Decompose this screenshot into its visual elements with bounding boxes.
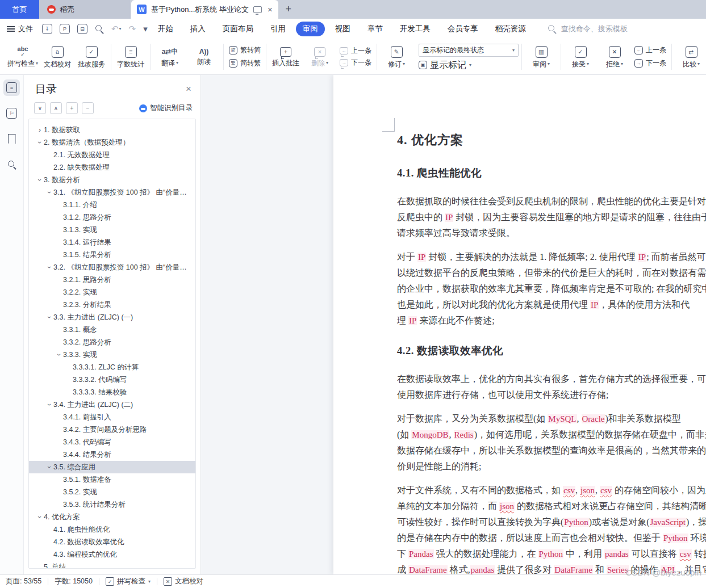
toc-item[interactable]: ›3.4.1. 前提引入 [29, 411, 195, 423]
trad-to-simp-button[interactable]: 简繁转简 [229, 46, 261, 54]
next-revision-button[interactable]: →下一条 [634, 59, 666, 68]
expand-arrow-icon[interactable]: › [36, 513, 44, 521]
toc-item[interactable]: ›3.4.2. 主要问题及分析思路 [29, 423, 195, 436]
expand-arrow-icon[interactable]: › [36, 176, 44, 184]
toc-item[interactable]: ›3.2. 《胡立阳股票投资 100 招》 由“价量… [29, 261, 195, 274]
doc-line[interactable]: 的是存储在内存中的数据，所以速度上而言也会相对较快。但鉴于 Python 环境 [397, 530, 706, 546]
insert-comment-button[interactable]: +插入批注 [269, 46, 302, 68]
tab-home[interactable]: 首页 [0, 0, 39, 19]
toc-item[interactable]: ›3.5.2. 实现 [29, 486, 195, 498]
expand-arrow-icon[interactable]: › [45, 313, 53, 321]
ribbon-tab-引用[interactable]: 引用 [264, 22, 293, 36]
doc-line[interactable]: 以绕过数据平台的反爬虫策略，但带来的代价是巨大的耗时，而在对数据有需求 [397, 265, 706, 281]
compare-button[interactable]: ⇄比较▾ [675, 45, 706, 69]
toc-item[interactable]: ›3.3.2. 思路分析 [29, 336, 195, 348]
toc-item[interactable]: ›3.1.1. 介绍 [29, 199, 195, 211]
doc-line[interactable]: 在数据读取效率上，优化的方向其实有很多，首先存储方式的选择很重要，可以 [397, 371, 706, 387]
toc-item[interactable]: ›1. 数据获取 [29, 124, 195, 136]
ribbon-tab-视图[interactable]: 视图 [328, 22, 357, 36]
toc-item[interactable]: ›3.5.3. 统计结果分析 [29, 498, 195, 511]
more-quick-icon[interactable]: ▾ [143, 24, 148, 34]
bookmark-pane-button[interactable] [3, 131, 20, 147]
doc-line[interactable]: 数据存储在缓存中，所以非关系数据模型的查询效率是很高的，当然其带来的代 [397, 443, 706, 459]
word-count-button[interactable]: ≡字数统计 [114, 45, 147, 69]
doc-heading-2[interactable]: 4.2. 数据读取效率优化 [397, 343, 706, 358]
expand-arrow-icon[interactable]: › [55, 351, 63, 359]
track-changes-button[interactable]: ✎修订▾ [380, 45, 413, 69]
ribbon-tab-会员专享[interactable]: 会员专享 [441, 22, 485, 36]
toc-item[interactable]: ›3.3.1. 概念 [29, 324, 195, 336]
toc-item[interactable]: ›5. 总结 [29, 561, 195, 569]
print-preview-icon[interactable] [95, 24, 104, 33]
toc-item[interactable]: ›4.1. 爬虫性能优化 [29, 523, 195, 536]
search-pane-button[interactable] [3, 156, 20, 173]
toc-item[interactable]: ›3.5.1. 数据准备 [29, 473, 195, 486]
toc-item[interactable]: ›3.3.3.3. 结果校验 [29, 386, 195, 398]
new-tab-button[interactable]: + [278, 0, 299, 19]
correction-service-button[interactable]: ✓批改服务 [75, 45, 108, 69]
expand-arrow-icon[interactable]: › [36, 138, 44, 146]
ribbon-tab-插入[interactable]: 插入 [183, 22, 212, 36]
show-markup-button[interactable]: ▣显示标记▾ [419, 61, 519, 69]
toc-item[interactable]: ›4.3. 编程模式的优化 [29, 548, 195, 561]
toc-item[interactable]: ›3.1.5. 结果分析 [29, 249, 195, 261]
ribbon-tab-章节[interactable]: 章节 [361, 22, 390, 36]
smart-toc-button[interactable]: 智能识别目录 [139, 103, 193, 113]
doc-line[interactable]: 使用数据库进行存储，也可以使用文件系统进行存储; [397, 387, 706, 403]
expand-arrow-icon[interactable]: › [36, 126, 44, 134]
close-panel-icon[interactable]: × [186, 83, 191, 95]
toc-item[interactable]: ›3.2.3. 分析结果 [29, 299, 195, 311]
markup-state-select[interactable]: 显示标记的最终状态▾ [419, 44, 519, 57]
tab-document[interactable]: W 基于Python...析系统 毕业论文 × [131, 0, 278, 19]
toc-item[interactable]: ›3.1. 《胡立阳股票投资 100 招》 由“价量… [29, 186, 195, 199]
expand-arrow-icon[interactable]: › [45, 188, 53, 196]
close-tab-icon[interactable]: × [268, 5, 273, 14]
doc-heading-1[interactable]: 4. 优化方案 [397, 132, 706, 149]
doc-line[interactable]: 单纯的文本加分隔符，而 json 的数据格式相对来说更占存储空间，其结构清晰， [397, 498, 706, 514]
collapse-level-button[interactable]: − [82, 102, 94, 114]
prev-revision-button[interactable]: ←上一条 [634, 46, 666, 54]
simp-to-trad-button[interactable]: 繁简转繁 [229, 59, 261, 68]
doc-line[interactable]: 在数据抓取的时候往往会受到反爬虫机制的限制，爬虫性能的优化主要是针对 [397, 194, 706, 209]
screen-share-icon[interactable] [253, 6, 262, 13]
toc-item[interactable]: ›2. 数据清洗（数据预处理） [29, 136, 195, 149]
doc-line[interactable]: 对于数据库，又分为关系数据模型(如 MySQL, Oracle)和非关系数据模型 [397, 411, 706, 427]
expand-arrow-icon[interactable]: › [45, 401, 53, 409]
toc-item[interactable]: ›3.1.3. 实现 [29, 224, 195, 236]
doc-line[interactable]: 也是如此，所以对此我的优化方案就是使用代理 IP，具体的使用方法和代 [397, 297, 706, 313]
toc-item[interactable]: ›4.2. 数据读取效率优化 [29, 536, 195, 548]
tab-docer[interactable]: 稻壳 [39, 0, 130, 19]
toc-item[interactable]: ›2.2. 缺失数据处理 [29, 161, 195, 174]
doc-line[interactable]: 的企业中，数据获取的效率尤其重要，降低频率肯定是不可取的; 在我的研究中 [397, 281, 706, 297]
accept-revision-button[interactable]: ✓接受▾ [564, 45, 597, 69]
toc-item[interactable]: ›3.2.1. 思路分析 [29, 274, 195, 286]
toc-item[interactable]: ›2.1. 无效数据处理 [29, 149, 195, 161]
spell-check-button[interactable]: abc拼写检查▾ [6, 45, 40, 68]
doc-line[interactable]: 对于文件系统，又有不同的数据格式，如 csv, json, csv 的存储空间较… [397, 482, 706, 498]
toc-item[interactable]: ›3.5. 综合应用 [29, 461, 195, 473]
doc-proofread-toggle[interactable]: ✕ 文档校对 [164, 577, 203, 586]
toc-item[interactable]: ›4. 优化方案 [29, 511, 195, 523]
toc-item[interactable]: ›3.4.3. 代码编写 [29, 436, 195, 448]
export-pdf-icon[interactable]: P [60, 24, 70, 34]
toc-item[interactable]: ›3.4.4. 结果分析 [29, 448, 195, 461]
print-icon[interactable]: ⊟ [77, 24, 87, 34]
doc-line[interactable]: 对于 IP 封锁，主要解决的办法就是 1. 降低频率; 2. 使用代理 IP; … [397, 249, 706, 265]
toc-item[interactable]: ›3.1.2. 思路分析 [29, 211, 195, 224]
read-aloud-button[interactable]: A))朗读 [187, 47, 220, 66]
doc-line[interactable]: 理 IP 来源在此不作赘述; [397, 313, 706, 329]
toc-item[interactable]: ›3.3.3.1. ZLJC 的计算 [29, 361, 195, 373]
save-icon[interactable]: ↧ [42, 24, 52, 34]
file-menu-button[interactable]: 文件 [7, 24, 33, 34]
expand-arrow-icon[interactable]: › [45, 263, 53, 271]
doc-line[interactable]: 下 Pandas 强大的数据处理能力，在 Python 中，利用 pandas … [397, 546, 706, 562]
ribbon-tab-页面布局[interactable]: 页面布局 [216, 22, 260, 36]
toc-item[interactable]: ›3.2.2. 实现 [29, 286, 195, 299]
ribbon-tab-开发工具[interactable]: 开发工具 [393, 22, 437, 36]
toc-item[interactable]: ›3.3.3. 实现 [29, 348, 195, 361]
word-count-indicator[interactable]: 字数: 15050 [55, 577, 93, 586]
chapter-pane-button[interactable]: ⚐ [3, 105, 20, 121]
toc-item[interactable]: ›3. 数据分析 [29, 174, 195, 186]
outline-pane-button[interactable]: ≡ [3, 79, 20, 96]
doc-line[interactable]: 价则是性能上的消耗; [397, 459, 706, 474]
